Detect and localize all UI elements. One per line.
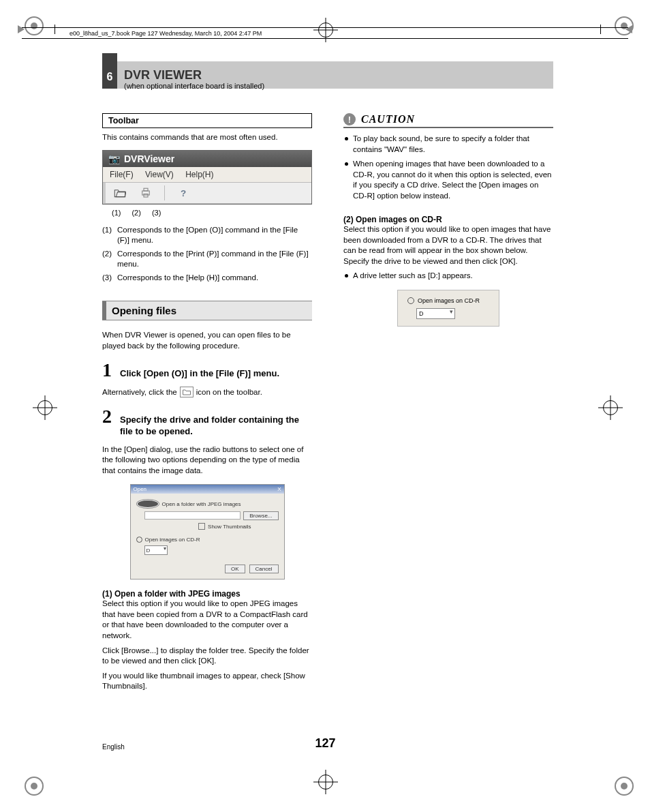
- toolbar-legend: (1)Corresponds to the [Open (O)] command…: [102, 225, 312, 284]
- caution-icon: !: [343, 113, 356, 125]
- chapter-number: 6: [102, 53, 117, 89]
- browse-button[interactable]: Browse...: [243, 511, 278, 520]
- chapter-title: DVR VIEWER: [124, 68, 202, 82]
- callout-2: (2): [131, 209, 140, 217]
- registration-mark-bottom: [313, 770, 338, 794]
- toolbar-heading: Toolbar: [102, 113, 312, 128]
- svg-rect-2: [144, 194, 148, 197]
- sub2-bullet: A drive letter such as [D:] appears.: [343, 271, 553, 282]
- legend-2-num: (2): [102, 249, 117, 270]
- legend-3-text: Corresponds to the [Help (H)] command.: [117, 273, 258, 284]
- svg-rect-1: [144, 188, 148, 191]
- app-menubar: File(F) View(V) Help(H): [103, 167, 311, 183]
- sub1-heading: (1) Open a folder with JPEG images: [102, 589, 312, 599]
- legend-1-text: Corresponds to the [Open (O)] command in…: [117, 225, 312, 246]
- caution-bar: ! CAUTION: [343, 113, 553, 128]
- section-opening-files: Opening files: [102, 301, 312, 320]
- dialog-close-icon[interactable]: X: [277, 486, 281, 492]
- step-1-alt-a: Alternatively, click the: [102, 388, 177, 396]
- menu-view[interactable]: View(V): [145, 170, 174, 179]
- running-header: e00_l8had_us_7.book Page 127 Wednesday, …: [22, 27, 628, 39]
- folder-path-input[interactable]: [144, 511, 241, 520]
- cdr-panel-label: Open images on CD-R: [418, 297, 480, 304]
- chapter-subtitle: (when optional interface board is instal…: [124, 82, 264, 90]
- cdr-panel-radio[interactable]: [407, 297, 414, 304]
- caution-label: CAUTION: [361, 113, 415, 125]
- cdr-drive-select[interactable]: D: [416, 308, 455, 319]
- show-thumbnails-label: Show Thumbnails: [208, 524, 251, 530]
- app-icon: 📷: [108, 153, 120, 164]
- step-2-body: In the [Open] dialog, use the radio butt…: [102, 445, 312, 477]
- cancel-button[interactable]: Cancel: [249, 565, 279, 573]
- sub2-heading: (2) Open images on CD-R: [343, 215, 553, 224]
- app-toolbar-icons: ?: [103, 183, 311, 204]
- app-titlebar: 📷 DVRViewer: [103, 151, 311, 167]
- step-1-number: 1: [102, 361, 112, 380]
- step-1-title: Click [Open (O)] in the [File (F)] menu.: [120, 368, 312, 380]
- sub1-para-c: If you would like thumbnail images to ap…: [102, 671, 312, 692]
- opening-intro: When DVR Viewer is opened, you can open …: [102, 330, 312, 351]
- legend-2-text: Corresponds to the [Print (P)] command i…: [117, 249, 312, 270]
- callout-1: (1): [112, 209, 121, 217]
- legend-1-num: (1): [102, 225, 117, 246]
- svg-rect-0: [142, 191, 150, 195]
- toolbar-description: This contains commands that are most oft…: [102, 132, 312, 143]
- radio-open-cdr[interactable]: [136, 537, 142, 543]
- footer-language: English: [102, 743, 125, 751]
- sub1-para-a: Select this option if you would like to …: [102, 599, 312, 641]
- ok-button[interactable]: OK: [225, 565, 245, 573]
- crop-circle-bl: [25, 777, 44, 796]
- step-2-number: 2: [102, 407, 112, 426]
- show-thumbnails-checkbox[interactable]: [198, 523, 205, 530]
- legend-3-num: (3): [102, 273, 117, 284]
- menu-file[interactable]: File(F): [110, 170, 134, 179]
- open-dialog: Open X Open a folder with JPEG images Br…: [130, 484, 285, 580]
- drive-select[interactable]: D: [144, 545, 168, 555]
- registration-mark-right: [598, 395, 623, 420]
- crop-circle-br: [615, 777, 634, 796]
- radio-open-folder-label: Open a folder with JPEG images: [162, 501, 241, 507]
- app-title: DVRViewer: [124, 153, 174, 164]
- page-number: 127: [315, 736, 335, 751]
- cdr-panel: Open images on CD-R D: [397, 290, 499, 327]
- step-1-alt-b: icon on the toolbar.: [196, 388, 262, 396]
- radio-open-folder[interactable]: [136, 499, 159, 509]
- app-toolbar-screenshot: 📷 DVRViewer File(F) View(V) Help(H): [102, 150, 312, 205]
- step-1-alt: Alternatively, click the icon on the too…: [102, 387, 312, 397]
- svg-text:?: ?: [181, 187, 186, 198]
- page-footer: English 127: [102, 736, 553, 751]
- toolbar-callouts: (1) (2) (3): [102, 209, 312, 217]
- toolbar-divider: [164, 185, 165, 200]
- help-icon[interactable]: ?: [176, 185, 191, 200]
- caution-item-2: When opening images that have been downl…: [343, 159, 553, 201]
- menu-help[interactable]: Help(H): [185, 170, 213, 179]
- radio-open-cdr-label: Open images on CD-R: [145, 537, 200, 543]
- chapter-bar: 6 DVR VIEWER (when optional interface bo…: [102, 61, 553, 89]
- header-filename-line: e00_l8had_us_7.book Page 127 Wednesday, …: [22, 30, 628, 38]
- print-icon[interactable]: [138, 185, 153, 200]
- registration-mark-left: [33, 395, 57, 420]
- callout-3: (3): [152, 209, 161, 217]
- inline-open-icon: [180, 387, 194, 397]
- sub1-para-b: Click [Browse...] to display the folder …: [102, 646, 312, 667]
- dialog-title: Open: [134, 486, 147, 492]
- step-2-title: Specify the drive and folder containing …: [120, 415, 312, 438]
- open-icon[interactable]: [112, 185, 127, 200]
- caution-item-1: To play back sound, be sure to specify a…: [343, 134, 553, 155]
- sub2-body: Select this option if you would like to …: [343, 224, 553, 267]
